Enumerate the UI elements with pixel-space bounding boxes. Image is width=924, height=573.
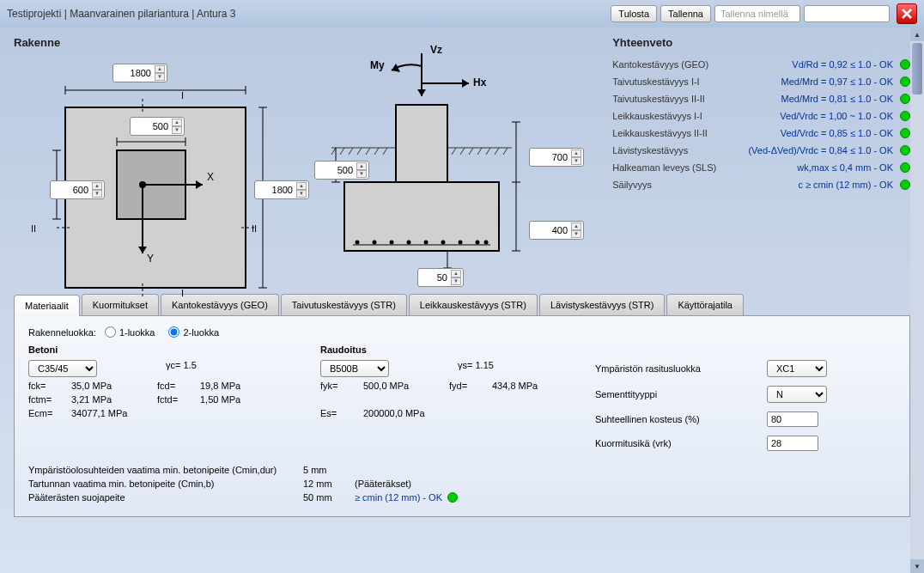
tab-kayttorajatila[interactable]: Käyttörajatila xyxy=(666,294,744,315)
summary-row: Kantokestävyys (GEO)Vd/Rd = 0,92 ≤ 1.0 -… xyxy=(612,56,910,73)
svg-line-39 xyxy=(383,148,387,155)
cement-select[interactable]: N xyxy=(767,386,827,403)
svg-text:My: My xyxy=(370,59,385,71)
close-icon xyxy=(901,8,913,20)
svg-point-54 xyxy=(476,241,480,245)
svg-line-45 xyxy=(495,148,499,155)
summary-row: Taivutuskestävyys I-IMed/Mrd = 0,97 ≤ 1.… xyxy=(612,73,910,90)
cmin-dur-label: Ympäristöolosuhteiden vaatima min. beton… xyxy=(28,465,303,475)
cmin-b-label: Tartunnan vaatima min. betonipeite (Cmin… xyxy=(28,479,303,489)
cover-label: Pääterästen suojapeite xyxy=(28,492,303,503)
humidity-input[interactable] xyxy=(767,411,818,427)
print-button[interactable]: Tulosta xyxy=(611,5,657,22)
plan-width-input[interactable]: ▲▼ xyxy=(112,64,167,82)
saveas-name-input[interactable] xyxy=(714,5,800,22)
summary-row: Lävistyskestävyys(Ved-ΔVed)/Vrdc = 0,84 … xyxy=(612,142,910,159)
load-age-input[interactable] xyxy=(767,436,818,451)
summary-row: Leikkauskestävyys I-IVed/Vrdc = 1,00 ~ 1… xyxy=(612,107,910,125)
svg-text:II: II xyxy=(252,223,257,234)
tab-taivutuskestavyys[interactable]: Taivutuskestävyys (STR) xyxy=(281,294,407,315)
column-height-input[interactable]: ▲▼ xyxy=(50,180,105,199)
svg-text:X: X xyxy=(207,171,214,183)
svg-point-50 xyxy=(407,241,411,245)
scroll-down-icon[interactable]: ▼ xyxy=(910,559,924,573)
total-height-input[interactable]: ▲▼ xyxy=(529,148,584,167)
svg-point-49 xyxy=(390,241,394,245)
vertical-scrollbar[interactable]: ▲ ▼ xyxy=(910,27,924,573)
summary-row: Taivutuskestävyys II-IIMed/Mrd = 0,81 ≤ … xyxy=(612,90,910,107)
tab-content-materiaalit: Rakenneluokka: 1-luokka 2-luokka Betoni … xyxy=(14,316,910,517)
svg-marker-58 xyxy=(417,89,426,96)
svg-line-44 xyxy=(486,148,490,155)
scrollbar-thumb[interactable] xyxy=(912,43,922,94)
close-button[interactable] xyxy=(897,3,917,24)
svg-marker-63 xyxy=(392,64,400,72)
betoni-title: Betoni xyxy=(28,344,303,355)
summary-row: Säilyvyysc ≥ cmin (12 mm) - OK xyxy=(612,176,910,193)
svg-text:Vz: Vz xyxy=(430,44,442,56)
svg-text:I: I xyxy=(181,90,184,101)
svg-line-43 xyxy=(477,148,482,155)
svg-rect-30 xyxy=(344,182,499,251)
rebar-cover-input[interactable]: ▲▼ xyxy=(417,268,464,287)
svg-line-41 xyxy=(460,148,465,155)
svg-text:II: II xyxy=(31,223,36,234)
breadcrumb: Testiprojekti | Maanvarainen pilariantur… xyxy=(7,8,607,20)
svg-line-38 xyxy=(374,148,379,155)
raudoitus-title: Raudoitus xyxy=(320,344,578,355)
status-ok-icon xyxy=(900,128,910,138)
summary-row: Halkeaman leveys (SLS)wk,max ≤ 0,4 mm - … xyxy=(612,159,910,176)
svg-line-35 xyxy=(349,148,353,155)
saveas-extra-input[interactable] xyxy=(804,5,890,22)
status-ok-icon xyxy=(447,492,458,503)
summary-title: Yhteenveto xyxy=(612,36,910,49)
embed-depth-input[interactable]: ▲▼ xyxy=(314,161,369,180)
status-ok-icon xyxy=(900,180,910,190)
radio-1-luokka[interactable]: 1-luokka xyxy=(105,326,155,338)
column-width-input[interactable]: ▲▼ xyxy=(130,117,185,136)
radio-2-luokka[interactable]: 2-luokka xyxy=(168,326,219,338)
steel-grade-select[interactable]: B500B xyxy=(320,360,389,377)
summary-row: Leikkauskestävyys II-IIVed/Vrdc = 0,85 ≤… xyxy=(612,125,910,142)
svg-point-48 xyxy=(373,241,377,245)
svg-point-53 xyxy=(459,241,463,245)
svg-text:Y: Y xyxy=(147,253,154,265)
svg-line-40 xyxy=(452,148,456,155)
svg-rect-29 xyxy=(396,105,447,182)
svg-line-46 xyxy=(503,148,508,155)
env-class-select[interactable]: XC1 xyxy=(767,360,827,377)
plan-height-input[interactable]: ▲▼ xyxy=(254,180,309,199)
env-class-label: Ympäristön rasitusluokka xyxy=(595,363,767,374)
svg-line-34 xyxy=(340,148,344,155)
status-ok-icon xyxy=(900,94,910,104)
scroll-up-icon[interactable]: ▲ xyxy=(910,27,924,41)
svg-line-36 xyxy=(357,148,362,155)
rakenne-title: Rakenne xyxy=(14,36,289,49)
svg-line-42 xyxy=(469,148,473,155)
svg-point-55 xyxy=(484,241,489,245)
status-ok-icon xyxy=(900,145,910,155)
tab-lavistyskestavyys[interactable]: Lävistyskestävyys (STR) xyxy=(539,294,665,315)
concrete-grade-select[interactable]: C35/45 xyxy=(28,360,97,377)
save-button[interactable]: Tallenna xyxy=(660,5,711,22)
tab-leikkauskestavyys[interactable]: Leikkauskestävyys (STR) xyxy=(409,294,538,315)
status-ok-icon xyxy=(900,111,910,121)
svg-point-52 xyxy=(441,241,446,245)
status-ok-icon xyxy=(900,76,910,87)
svg-marker-61 xyxy=(462,79,469,88)
section-diagram: Vz Hx My ▲▼ ▲▼ ▲▼ ▲▼ xyxy=(306,36,595,285)
svg-text:I: I xyxy=(181,288,184,296)
summary-panel: Yhteenveto Kantokestävyys (GEO)Vd/Rd = 0… xyxy=(612,36,910,285)
tab-materiaalit[interactable]: Materiaalit xyxy=(14,295,80,316)
plan-diagram: Rakenne X Y I I II II xyxy=(14,36,289,285)
svg-point-51 xyxy=(424,241,429,245)
humidity-label: Suhteellinen kosteus (%) xyxy=(595,414,767,424)
svg-line-33 xyxy=(331,148,336,155)
svg-text:Hx: Hx xyxy=(473,76,487,88)
status-ok-icon xyxy=(900,59,910,70)
base-height-input[interactable]: ▲▼ xyxy=(529,221,584,240)
cement-label: Sementtityyppi xyxy=(595,389,767,399)
svg-point-47 xyxy=(356,241,360,245)
rakenneluokka-label: Rakenneluokka: xyxy=(28,327,96,338)
load-age-label: Kuormitusikä (vrk) xyxy=(595,438,767,448)
